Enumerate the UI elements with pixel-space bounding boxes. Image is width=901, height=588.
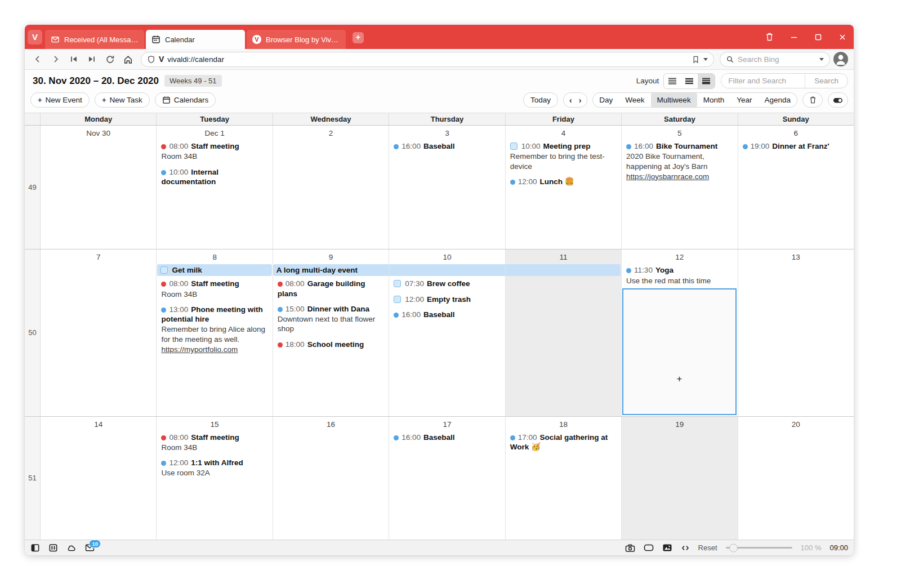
day-cell[interactable]: 619:00Dinner at Franz': [738, 126, 854, 249]
task-item[interactable]: 12:00Empty trash: [394, 295, 500, 304]
layout-medium-icon[interactable]: [681, 74, 698, 88]
day-cell[interactable]: 7: [41, 250, 157, 416]
day-cell[interactable]: 2: [273, 126, 389, 249]
event-item[interactable]: 17:00Social gathering at Work 🥳: [510, 433, 617, 452]
day-cell[interactable]: 1508:00Staff meetingRoom 34B12:001:1 wit…: [157, 417, 273, 540]
next-button[interactable]: ›: [579, 96, 582, 105]
event-item[interactable]: 08:00Staff meetingRoom 34B: [161, 433, 267, 453]
new-task-button[interactable]: + New Task: [95, 92, 150, 108]
page-actions-icon[interactable]: [644, 544, 654, 552]
day-cell[interactable]: 19: [622, 417, 738, 540]
tab-mail[interactable]: Received (All Messages): [45, 30, 144, 49]
capture-icon[interactable]: [625, 544, 635, 553]
back-icon[interactable]: [30, 52, 45, 66]
task-item[interactable]: 07:30Brew coffee: [394, 279, 500, 288]
view-multiweek[interactable]: Multiweek: [651, 93, 697, 107]
panel-toggle-icon[interactable]: [30, 543, 40, 553]
tiling-icon[interactable]: [48, 543, 58, 553]
multiday-event-bar[interactable]: A long multi-day event: [273, 264, 389, 276]
event-item[interactable]: 08:00Staff meetingRoom 34B: [161, 279, 267, 299]
images-toggle-icon[interactable]: [662, 544, 672, 552]
task-checkbox[interactable]: [394, 280, 401, 287]
day-cell[interactable]: 13: [738, 250, 854, 416]
day-cell[interactable]: 14: [41, 417, 157, 540]
day-cell[interactable]: 516:00Bike Tournament2020 Bike Tournamen…: [622, 126, 738, 249]
event-link[interactable]: https://joysbarnrace.com: [626, 172, 733, 181]
day-cell[interactable]: 11: [506, 250, 622, 416]
forward-icon[interactable]: [48, 52, 63, 66]
event-item[interactable]: 18:00School meeting: [278, 340, 384, 349]
tab-calendar[interactable]: Calendar: [146, 30, 245, 49]
zoom-reset-button[interactable]: Reset: [698, 544, 717, 552]
view-day[interactable]: Day: [593, 93, 619, 107]
day-cell[interactable]: 20: [738, 417, 854, 540]
zoom-slider-knob[interactable]: [729, 544, 738, 552]
day-cell[interactable]: Dec 108:00Staff meetingRoom 34B10:00Inte…: [157, 126, 273, 249]
layout-full-icon[interactable]: [698, 74, 715, 88]
closed-tabs-trash-icon[interactable]: [765, 32, 774, 42]
search-button[interactable]: Search: [805, 74, 848, 88]
event-item[interactable]: 13:00Phone meeting with potential hireRe…: [161, 305, 267, 354]
minimize-button[interactable]: [790, 33, 799, 42]
multiday-event-bar[interactable]: [389, 264, 505, 276]
task-checkbox[interactable]: [160, 266, 168, 274]
day-cell[interactable]: 1007:30Brew coffee12:00Empty trash16:00B…: [389, 250, 505, 416]
event-item[interactable]: 16:00Baseball: [394, 310, 500, 319]
day-cell[interactable]: 8Get milk08:00Staff meetingRoom 34B13:00…: [157, 250, 273, 416]
bookmark-icon[interactable]: [692, 55, 700, 64]
task-checkbox[interactable]: [510, 142, 518, 150]
new-event-selection[interactable]: +: [622, 288, 736, 415]
event-item[interactable]: 19:00Dinner at Franz': [743, 141, 849, 151]
day-cell[interactable]: Nov 30: [41, 126, 157, 249]
layout-compact-icon[interactable]: [664, 74, 681, 88]
today-button[interactable]: Today: [523, 92, 558, 108]
maximize-button[interactable]: [814, 33, 823, 42]
day-cell[interactable]: 16: [273, 417, 389, 540]
filter-input[interactable]: [721, 74, 805, 88]
day-cell[interactable]: 1817:00Social gathering at Work 🥳: [506, 417, 622, 540]
caret-down-icon[interactable]: [819, 58, 824, 61]
home-icon[interactable]: [121, 52, 135, 66]
event-item[interactable]: 16:00Baseball: [394, 141, 500, 151]
url-field[interactable]: V vivaldi://calendar: [141, 52, 714, 67]
view-agenda[interactable]: Agenda: [758, 93, 797, 107]
event-item[interactable]: 08:00Garage building plans: [278, 279, 384, 299]
event-item[interactable]: 16:00Bike Tournament2020 Bike Tournament…: [626, 141, 733, 181]
mail-status-icon[interactable]: 10: [85, 544, 95, 552]
event-item[interactable]: 15:00Dinner with DanaDowntown next to th…: [278, 304, 384, 334]
view-week[interactable]: Week: [619, 93, 650, 107]
event-item[interactable]: 10:00Internal documentation: [161, 167, 267, 187]
reload-icon[interactable]: [102, 52, 117, 66]
search-input[interactable]: [738, 55, 816, 64]
task-checkbox[interactable]: [394, 296, 401, 303]
view-month[interactable]: Month: [697, 93, 731, 107]
task-bar[interactable]: Get milk: [157, 264, 271, 276]
day-cell[interactable]: 1211:30YogaUse the red mat this time+: [622, 250, 738, 416]
calendar-trash-button[interactable]: [802, 92, 823, 108]
view-year[interactable]: Year: [730, 93, 758, 107]
caret-down-icon[interactable]: [703, 58, 708, 61]
search-field[interactable]: [720, 52, 830, 67]
task-item[interactable]: 10:00Meeting prepRemember to bring the t…: [510, 141, 617, 171]
vivaldi-menu-button[interactable]: V: [28, 30, 42, 44]
sync-cloud-icon[interactable]: [66, 544, 77, 553]
event-item[interactable]: 12:001:1 with AlfredUse room 32A: [161, 458, 267, 478]
event-item[interactable]: 16:00Baseball: [394, 433, 500, 442]
event-item[interactable]: 08:00Staff meetingRoom 34B: [161, 141, 267, 162]
day-cell[interactable]: 316:00Baseball: [389, 126, 505, 249]
calendars-button[interactable]: Calendars: [155, 92, 216, 108]
prev-button[interactable]: ‹: [569, 96, 572, 105]
multiday-event-bar[interactable]: [506, 264, 621, 276]
tab-blog[interactable]: V Browser Blog by Vivaldi - N: [247, 30, 346, 49]
close-button[interactable]: [838, 33, 847, 42]
event-item[interactable]: 11:30YogaUse the red mat this time: [626, 265, 733, 286]
day-cell[interactable]: 410:00Meeting prepRemember to bring the …: [506, 126, 622, 249]
event-link[interactable]: https://myportfolio.com: [161, 345, 267, 354]
event-item[interactable]: 12:00Lunch 🍔: [510, 177, 617, 186]
fast-forward-icon[interactable]: [84, 52, 99, 66]
day-cell[interactable]: 1716:00Baseball: [389, 417, 505, 540]
task-toggle-button[interactable]: [828, 92, 848, 108]
profile-avatar[interactable]: [833, 52, 848, 66]
new-event-button[interactable]: + New Event: [30, 92, 90, 108]
code-icon[interactable]: [681, 544, 690, 552]
